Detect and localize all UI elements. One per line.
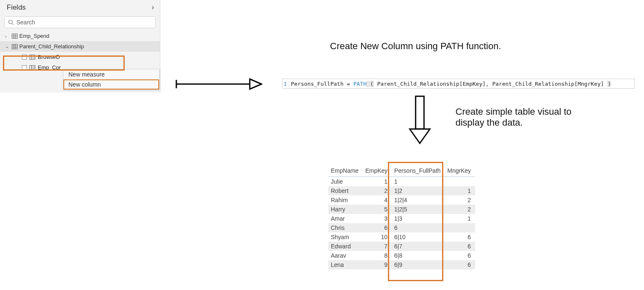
svg-point-0 bbox=[9, 20, 13, 24]
annotation-create-column: Create New Column using PATH function. bbox=[330, 41, 501, 52]
chevron-right-icon[interactable]: › bbox=[152, 3, 154, 12]
arrow-right-icon bbox=[174, 76, 262, 92]
field-label: Emp_Cor bbox=[38, 64, 61, 71]
table-row[interactable]: Edward76|76 bbox=[328, 242, 475, 251]
svg-rect-17 bbox=[30, 65, 31, 70]
svg-rect-7 bbox=[12, 44, 18, 49]
table-emp-spend[interactable]: › Emp_Spend bbox=[0, 31, 160, 41]
table-icon bbox=[12, 34, 18, 39]
field-label: BrowseD bbox=[38, 54, 60, 60]
open-paren: ( bbox=[367, 81, 374, 87]
table-row[interactable]: Robert21|21 bbox=[328, 186, 475, 195]
checkbox-icon[interactable] bbox=[22, 55, 27, 60]
col-empkey[interactable]: EmpKey bbox=[363, 166, 392, 177]
context-menu: New measure New column bbox=[63, 69, 160, 90]
svg-rect-23 bbox=[416, 96, 424, 129]
col-empname[interactable]: EmpName bbox=[328, 166, 363, 177]
table-row[interactable]: Julie11 bbox=[328, 177, 475, 187]
table-row[interactable]: Rahim41|2|42 bbox=[328, 195, 475, 205]
hierarchy-icon bbox=[29, 55, 35, 60]
table-header-row: EmpName EmpKey Persons_FullPath MngrKey bbox=[328, 166, 475, 177]
arrow-down-icon bbox=[408, 95, 432, 145]
table-parent-child[interactable]: ⌄ Parent_Child_Relationship bbox=[0, 41, 160, 52]
table-icon bbox=[12, 44, 18, 49]
fields-title: Fields bbox=[7, 3, 26, 12]
table-row[interactable]: Lena96|96 bbox=[328, 260, 475, 269]
table-visual[interactable]: EmpName EmpKey Persons_FullPath MngrKey … bbox=[328, 166, 475, 269]
dax-function: PATH bbox=[353, 81, 367, 87]
table-row[interactable]: Harry51|2|52 bbox=[328, 205, 475, 214]
svg-rect-16 bbox=[30, 65, 35, 70]
svg-rect-13 bbox=[30, 55, 31, 59]
line-number: 1 bbox=[283, 81, 288, 87]
table-row[interactable]: Amar31|31 bbox=[328, 214, 475, 223]
search-icon bbox=[8, 19, 14, 25]
search-placeholder: Search bbox=[16, 19, 35, 26]
chevron-right-icon: › bbox=[5, 34, 10, 39]
chevron-down-icon: ⌄ bbox=[5, 44, 10, 49]
menu-new-measure[interactable]: New measure bbox=[63, 69, 159, 79]
svg-marker-22 bbox=[250, 79, 262, 89]
svg-rect-12 bbox=[30, 55, 35, 59]
formula-code: Persons_FullPath = PATH ( Parent_Child_R… bbox=[288, 81, 611, 87]
field-browsed[interactable]: BrowseD bbox=[0, 52, 160, 62]
hierarchy-icon bbox=[29, 65, 35, 70]
menu-new-column[interactable]: New column bbox=[63, 79, 159, 90]
table-row[interactable]: Shyam106|106 bbox=[328, 232, 475, 242]
annotation-create-visual: Create simple table visual to display th… bbox=[456, 106, 571, 128]
table-row[interactable]: Aarav86|86 bbox=[328, 251, 475, 260]
svg-line-1 bbox=[12, 24, 14, 25]
checkbox-icon[interactable] bbox=[22, 65, 27, 70]
col-mngrkey[interactable]: MngrKey bbox=[445, 166, 475, 177]
fields-tree: › Emp_Spend ⌄ Parent_Child_Relationship … bbox=[0, 31, 160, 73]
svg-rect-2 bbox=[12, 34, 18, 38]
table-row[interactable]: Chris66 bbox=[328, 223, 475, 232]
search-input[interactable]: Search bbox=[4, 16, 156, 28]
formula-bar[interactable]: 1 Persons_FullPath = PATH ( Parent_Child… bbox=[282, 79, 635, 89]
fields-header: Fields › bbox=[0, 0, 160, 15]
measure-name: Persons_FullPath bbox=[291, 81, 343, 87]
table-label: Emp_Spend bbox=[19, 33, 50, 39]
col-fullpath[interactable]: Persons_FullPath bbox=[392, 166, 445, 177]
close-paren: ) bbox=[607, 81, 611, 87]
table-label: Parent_Child_Relationship bbox=[19, 43, 84, 50]
table-body: Julie11 Robert21|21 Rahim41|2|42 Harry51… bbox=[328, 177, 475, 270]
svg-marker-24 bbox=[410, 129, 430, 143]
